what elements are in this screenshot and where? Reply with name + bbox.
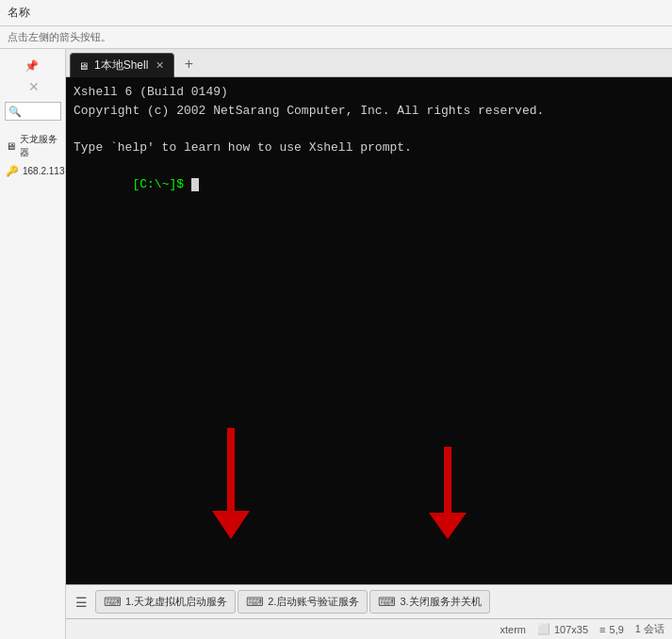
tab-local-shell[interactable]: 🖥 1本地Shell ✕	[70, 53, 174, 77]
status-bar: xterm ⬜ 107x35 ≡ 5,9 1 会话	[66, 618, 672, 639]
subtitle-text: 点击左侧的箭头按钮。	[8, 30, 111, 44]
content-area: 🖥 1本地Shell ✕ + Xshell 6 (Build 0149) Cop…	[66, 49, 672, 639]
top-bar-title: 名称	[8, 5, 30, 21]
status-terminal-type: xterm	[500, 624, 527, 635]
sidebar-search[interactable]: 🔍	[5, 102, 61, 121]
tab-icon: 🖥	[78, 60, 89, 72]
terminal-prompt: [C:\~]$	[132, 177, 190, 191]
keyboard-icon-2: ⌨	[246, 595, 264, 609]
terminal-line-1: Xshell 6 (Build 0149)	[74, 83, 664, 102]
btn-shutdown[interactable]: ⌨ 3.关闭服务并关机	[369, 590, 489, 614]
pin-icon[interactable]: 📌	[23, 57, 41, 75]
arrow-left	[212, 428, 250, 548]
terminal[interactable]: Xshell 6 (Build 0149) Copyright (c) 2002…	[66, 77, 672, 584]
btn-shutdown-label: 3.关闭服务并关机	[400, 595, 481, 609]
position-label: 5,9	[610, 624, 624, 635]
terminal-cursor	[191, 178, 199, 191]
sessions-label: 1 会话	[635, 622, 664, 636]
server-label: 天龙服务器	[20, 133, 59, 159]
subtitle-bar: 点击左侧的箭头按钮。	[0, 26, 672, 49]
btn-start-vm[interactable]: ⌨ 1.天龙虚拟机启动服务	[95, 590, 236, 614]
search-icon: 🔍	[8, 106, 22, 118]
main-layout: 📌 ✕ 🔍 🖥 天龙服务器 🔑 168.2.113 🖥 1本地Shell ✕ +	[0, 49, 672, 639]
keyboard-icon-3: ⌨	[378, 595, 396, 609]
sidebar: 📌 ✕ 🔍 🖥 天龙服务器 🔑 168.2.113	[0, 49, 66, 639]
terminal-line-4: Type `help' to learn how to use Xshell p…	[74, 139, 664, 157]
keyboard-icon-1: ⌨	[104, 595, 122, 609]
bottom-toolbar: ☰ ⌨ 1.天龙虚拟机启动服务 ⌨ 2.启动账号验证服务 ⌨ 3.关闭服务并关机	[66, 584, 672, 618]
terminal-line-2: Copyright (c) 2002 NetSarang Computer, I…	[74, 102, 664, 121]
btn-start-auth-label: 2.启动账号验证服务	[268, 595, 359, 609]
sidebar-icons: 📌 ✕	[0, 53, 65, 98]
status-dimensions: ⬜ 107x35	[537, 623, 588, 635]
ip-label: 168.2.113	[23, 166, 65, 176]
btn-start-vm-label: 1.天龙虚拟机启动服务	[125, 595, 227, 609]
svg-marker-3	[429, 513, 467, 539]
terminal-prompt-line: [C:\~]$	[74, 156, 664, 212]
arrow-right	[429, 447, 467, 548]
menu-icon[interactable]: ☰	[70, 591, 93, 614]
tab-bar: 🖥 1本地Shell ✕ +	[66, 49, 672, 77]
dimensions-icon: ⬜	[537, 623, 550, 635]
svg-marker-1	[212, 511, 250, 539]
dimensions-label: 107x35	[554, 624, 588, 635]
sidebar-item-ip[interactable]: 🔑 168.2.113	[0, 162, 65, 180]
sidebar-close-icon[interactable]: ✕	[28, 79, 40, 94]
position-icon: ≡	[599, 624, 605, 635]
key-icon: 🔑	[6, 165, 19, 177]
top-bar: 名称	[0, 0, 672, 26]
tab-add-button[interactable]: +	[178, 54, 199, 74]
status-sessions: 1 会话	[635, 622, 664, 636]
tab-close-button[interactable]: ✕	[156, 59, 164, 72]
terminal-type-label: xterm	[500, 624, 527, 635]
status-position: ≡ 5,9	[599, 624, 624, 635]
server-icon: 🖥	[6, 140, 16, 152]
terminal-line-3	[74, 120, 664, 139]
sidebar-item-server[interactable]: 🖥 天龙服务器	[0, 130, 65, 162]
tab-label: 1本地Shell	[94, 57, 148, 74]
btn-start-auth[interactable]: ⌨ 2.启动账号验证服务	[238, 590, 368, 614]
